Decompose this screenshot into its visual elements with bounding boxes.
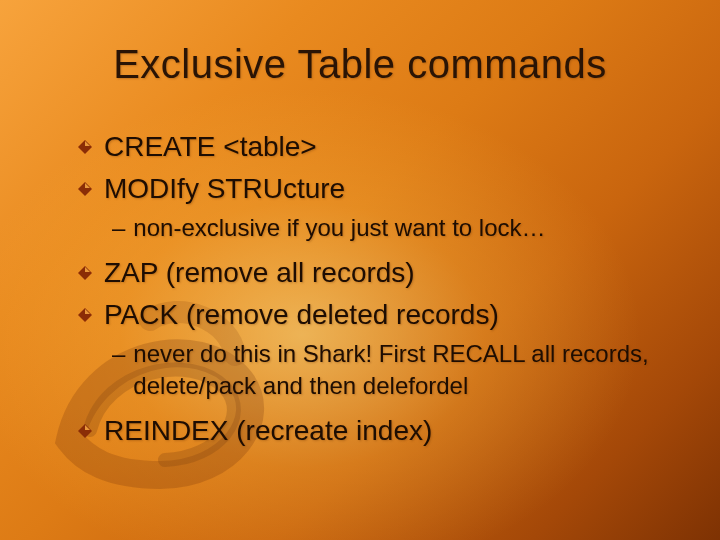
sub-bullet-item: – never do this in Shark! First RECALL a… bbox=[112, 338, 680, 403]
svg-marker-9 bbox=[85, 425, 90, 430]
slide-body: CREATE <table> MODIfy STRUcture – non-ex… bbox=[78, 128, 680, 454]
diamond-bullet-icon bbox=[78, 140, 92, 154]
diamond-bullet-icon bbox=[78, 182, 92, 196]
svg-marker-3 bbox=[85, 183, 90, 188]
bullet-text: ZAP (remove all records) bbox=[104, 254, 680, 292]
sub-bullet-text: never do this in Shark! First RECALL all… bbox=[133, 338, 680, 403]
bullet-item: CREATE <table> bbox=[78, 128, 680, 166]
diamond-bullet-icon bbox=[78, 266, 92, 280]
bullet-text: PACK (remove deleted records) bbox=[104, 296, 680, 334]
svg-marker-1 bbox=[85, 141, 90, 146]
bullet-text: CREATE <table> bbox=[104, 128, 680, 166]
dash-icon: – bbox=[112, 212, 125, 244]
sub-bullet-item: – non-exclusive if you just want to lock… bbox=[112, 212, 680, 244]
bullet-text: REINDEX (recreate index) bbox=[104, 412, 680, 450]
diamond-bullet-icon bbox=[78, 308, 92, 322]
bullet-item: PACK (remove deleted records) bbox=[78, 296, 680, 334]
bullet-text: MODIfy STRUcture bbox=[104, 170, 680, 208]
bullet-item: ZAP (remove all records) bbox=[78, 254, 680, 292]
svg-marker-5 bbox=[85, 267, 90, 272]
slide: Exclusive Table commands CREATE <table> … bbox=[0, 0, 720, 540]
slide-title: Exclusive Table commands bbox=[0, 42, 720, 87]
bullet-item: MODIfy STRUcture bbox=[78, 170, 680, 208]
svg-marker-7 bbox=[85, 309, 90, 314]
bullet-item: REINDEX (recreate index) bbox=[78, 412, 680, 450]
dash-icon: – bbox=[112, 338, 125, 370]
sub-bullet-text: non-exclusive if you just want to lock… bbox=[133, 212, 680, 244]
diamond-bullet-icon bbox=[78, 424, 92, 438]
